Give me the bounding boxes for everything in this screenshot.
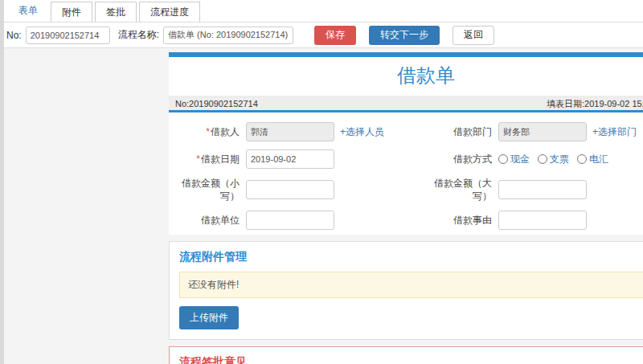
next-step-button[interactable]: 转交下一步 [369,26,440,45]
unit-input[interactable] [246,211,334,230]
method-label: 借款方式 [428,153,498,166]
attachments-panel: 流程附件管理 还没有附件! 上传附件 [169,241,643,340]
form-grid: *借款人 +选择人员 借款部门 +选择部门 *借款日期 借款方式 现金 支票 电… [169,112,643,235]
required-asterisk: * [206,126,210,137]
attachments-title: 流程附件管理 [179,250,643,264]
save-button[interactable]: 保存 [314,26,356,45]
method-check-radio[interactable]: 支票 [538,153,569,166]
reason-input[interactable] [498,211,587,230]
unit-label: 借款单位 [175,214,246,227]
check-radio-input[interactable] [538,154,547,164]
select-person-link[interactable]: +选择人员 [340,125,384,139]
borrower-label: *借款人 [175,125,246,138]
tab-form[interactable]: 表单 [8,0,48,22]
form-info-bar: No:20190902152714 填表日期:2019-09-02 15:27:… [169,96,643,112]
borrower-input[interactable] [246,122,334,141]
select-dept-link[interactable]: +选择部门 [592,125,637,139]
process-name-input[interactable] [163,27,293,44]
borrow-date-input[interactable] [246,149,334,169]
amount-big-input[interactable] [498,180,587,199]
no-input[interactable] [26,27,110,44]
amount-small-label: 借款金额（小写） [175,177,246,202]
action-toolbar: No: 流程名称: 保存 转交下一步 返回 [0,22,643,48]
cash-radio-input[interactable] [498,154,508,164]
tab-bar: 表单 附件 签批 流程进度 [0,0,643,22]
date-label: *借款日期 [175,153,246,166]
no-label: No: [6,30,22,41]
form-date-text: 填表日期:2019-09-02 15:27:1 [547,96,643,112]
method-wire-radio[interactable]: 电汇 [577,153,608,166]
dept-label: 借款部门 [428,125,498,138]
loan-form-panel: 借款单 No:20190902152714 填表日期:2019-09-02 15… [169,52,643,235]
method-radio-group: 现金 支票 电汇 [498,153,643,166]
form-no-text: No:20190902152714 [175,99,258,108]
method-cash-radio[interactable]: 现金 [498,153,530,166]
approval-title: 流程签批意见 [179,355,643,364]
no-attachments-alert: 还没有附件! [179,272,643,298]
back-button[interactable]: 返回 [453,26,494,45]
approval-panel: 流程签批意见 B I abc ✎ ▦ ⚑ 1≡ •≡ ≡← ≡→ ” 样式 ▾ [169,346,643,364]
dept-input[interactable] [498,122,587,141]
required-asterisk: * [196,153,200,165]
tab-progress[interactable]: 流程进度 [139,2,200,22]
wire-radio-input[interactable] [577,154,587,164]
process-name-label: 流程名称: [118,28,159,42]
main-content: 借款单 No:20190902152714 填表日期:2019-09-02 15… [169,48,643,364]
amount-big-label: 借款金额（大写） [428,177,498,202]
tab-attachments[interactable]: 附件 [51,2,92,22]
reason-label: 借款事由 [428,214,498,227]
amount-small-input[interactable] [246,180,334,199]
tab-approval[interactable]: 签批 [95,2,137,22]
left-edge-strip [0,0,4,364]
form-title: 借款单 [169,57,643,96]
upload-attachment-button[interactable]: 上传附件 [179,306,239,329]
